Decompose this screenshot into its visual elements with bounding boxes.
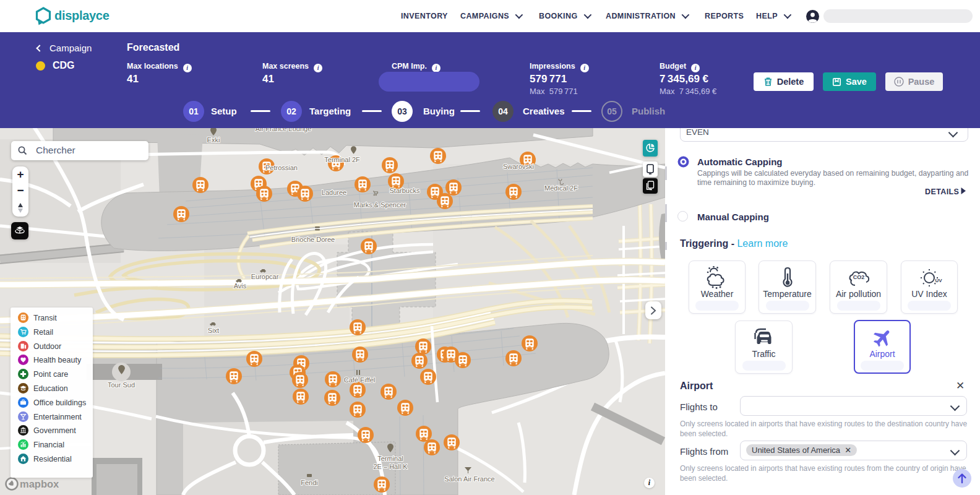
svg-text:Exki: Exki [207,136,220,144]
svg-text:Avis: Avis [234,282,247,290]
svg-text:Terminal: Terminal [377,455,403,462]
svg-text:UV: UV [935,278,943,283]
svg-text:Petrossian: Petrossian [265,164,298,171]
svg-text:Laduree: Laduree [322,189,346,196]
svg-text:Marks & Spencer: Marks & Spencer [354,201,406,209]
svg-text:Fendi: Fendi [301,479,318,486]
svg-text:Médical 2F: Médical 2F [544,184,578,192]
svg-text:Terminal 2F: Terminal 2F [324,156,360,163]
svg-text:mapbox: mapbox [20,478,59,489]
svg-text:Salon Air France: Salon Air France [444,475,494,483]
svg-text:CO2: CO2 [853,274,864,280]
svg-text:Europcar: Europcar [251,273,279,280]
svg-text:Starbucks: Starbucks [390,187,420,194]
svg-text:Sixt: Sixt [208,327,219,334]
svg-text:2E – Hall K: 2E – Hall K [373,463,408,470]
svg-text:Café Eiffel: Café Eiffel [344,376,376,384]
svg-text:Swarovski: Swarovski [503,163,534,170]
svg-text:Tour Sud: Tour Sud [108,381,135,389]
svg-text:Brioche Doree: Brioche Doree [291,236,335,243]
